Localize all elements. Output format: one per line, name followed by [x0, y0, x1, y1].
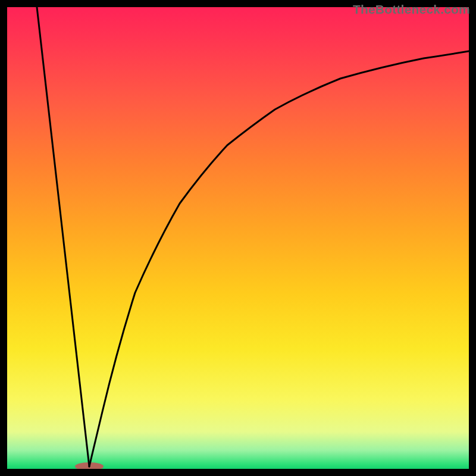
plot-gradient-background [7, 7, 469, 469]
chart-container: TheBottleneck.com [0, 0, 476, 476]
